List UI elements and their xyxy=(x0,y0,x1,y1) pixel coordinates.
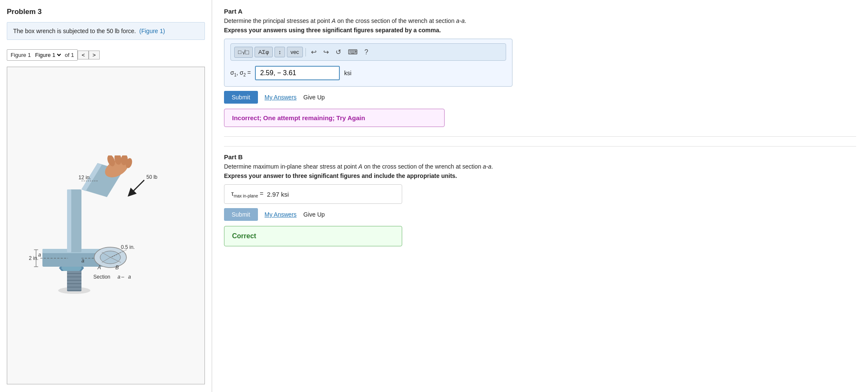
wrench-diagram: 12 in. 50 lb 2 in. 0.5 in. a a A B Secti… xyxy=(13,155,199,296)
part-b-action-row: Submit My Answers Give Up xyxy=(224,208,856,221)
toolbar-vec-btn[interactable]: vec xyxy=(287,47,303,57)
part-a-feedback: Incorrect; One attempt remaining; Try Ag… xyxy=(224,109,445,127)
matrix-icon: □ xyxy=(238,49,241,55)
part-a-input-row: σ1, σ2 = ksi xyxy=(230,66,506,80)
part-a-give-up-button[interactable]: Give Up xyxy=(303,94,325,101)
part-b-section: Part B Determine maximum in-plane shear … xyxy=(224,146,856,246)
svg-text:a: a xyxy=(118,274,120,280)
part-a-submit-button[interactable]: Submit xyxy=(224,91,258,104)
figure-controls: Figure 1 Figure 1 of 1 xyxy=(7,49,78,61)
figure-link[interactable]: (Figure 1) xyxy=(139,28,165,34)
part-a-my-answers-button[interactable]: My Answers xyxy=(265,94,297,101)
figure-select[interactable]: Figure 1 xyxy=(34,51,62,59)
toolbar-keyboard-btn[interactable]: ⌨ xyxy=(345,46,360,58)
part-a-title: Part A xyxy=(224,8,856,15)
toolbar-matrix-btn[interactable]: □ √□ xyxy=(234,47,253,58)
svg-text:–: – xyxy=(121,274,124,280)
figure-next-button[interactable]: > xyxy=(89,51,100,59)
toolbar-separator-1 xyxy=(305,48,306,56)
figure-of: of 1 xyxy=(65,52,74,58)
part-a-answer-container: □ √□ ΑΣφ ↕ vec ↩ ↪ ↺ ⌨ ? xyxy=(224,39,512,87)
toolbar-arrows-btn[interactable]: ↕ xyxy=(274,47,285,57)
left-panel: Problem 3 The box wrench is subjected to… xyxy=(0,0,212,392)
svg-text:B: B xyxy=(115,265,119,271)
problem-desc-text: The box wrench is subjected to the 50 lb… xyxy=(13,28,136,34)
svg-text:A: A xyxy=(97,265,101,271)
part-b-feedback: Correct xyxy=(224,226,402,246)
part-a-action-row: Submit My Answers Give Up xyxy=(224,91,856,104)
vec-icon: vec xyxy=(291,49,299,55)
part-a-description: Determine the principal stresses at poin… xyxy=(224,17,856,24)
part-a-input-label: σ1, σ2 = xyxy=(230,69,251,77)
part-a-answer-input[interactable] xyxy=(255,66,340,80)
figure-prev-button[interactable]: < xyxy=(78,51,89,59)
math-toolbar: □ √□ ΑΣφ ↕ vec ↩ ↪ ↺ ⌨ ? xyxy=(230,43,506,61)
svg-text:a: a xyxy=(128,274,131,280)
figure-box: 12 in. 50 lb 2 in. 0.5 in. a a A B Secti… xyxy=(7,67,205,384)
part-a-unit: ksi xyxy=(344,70,351,76)
svg-text:50 lb: 50 lb xyxy=(146,174,157,180)
greek-icon: ΑΣφ xyxy=(258,49,269,55)
part-b-description: Determine maximum in-plane shear stress … xyxy=(224,163,856,170)
part-b-give-up-button[interactable]: Give Up xyxy=(303,211,325,218)
part-b-my-answers-button[interactable]: My Answers xyxy=(265,211,297,218)
part-a-section: Part A Determine the principal stresses … xyxy=(224,8,856,127)
figure-label: Figure 1 xyxy=(11,52,31,58)
part-b-instruction: Express your answer to three significant… xyxy=(224,172,856,179)
svg-text:Section: Section xyxy=(93,274,110,280)
part-b-title: Part B xyxy=(224,153,856,161)
toolbar-greek-btn[interactable]: ΑΣφ xyxy=(255,47,273,57)
part-a-instruction: Express your answers using three signifi… xyxy=(224,27,856,34)
part-b-answer-box: τmax in-plane = 2.97 ksi xyxy=(224,184,402,204)
svg-text:0.5 in.: 0.5 in. xyxy=(121,244,135,250)
toolbar-undo-btn[interactable]: ↩ xyxy=(308,46,319,58)
toolbar-redo-btn[interactable]: ↪ xyxy=(321,46,331,58)
toolbar-reset-btn[interactable]: ↺ xyxy=(333,46,344,58)
svg-text:a: a xyxy=(81,258,84,264)
problem-description: The box wrench is subjected to the 50 lb… xyxy=(7,22,205,40)
problem-title: Problem 3 xyxy=(7,8,205,16)
arrows-icon: ↕ xyxy=(278,49,281,55)
toolbar-help-btn[interactable]: ? xyxy=(362,47,371,58)
svg-rect-20 xyxy=(67,189,71,252)
part-b-submit-button[interactable]: Submit xyxy=(224,208,258,221)
part-b-answer-label: τmax in-plane = xyxy=(231,190,263,198)
sqrt-icon: √□ xyxy=(242,49,249,56)
right-panel: Part A Determine the principal stresses … xyxy=(212,0,868,392)
svg-text:2 in.: 2 in. xyxy=(29,255,39,261)
svg-text:a: a xyxy=(38,252,41,258)
section-divider xyxy=(224,136,856,137)
part-b-answer-value: 2.97 ksi xyxy=(267,191,289,198)
svg-text:12 in.: 12 in. xyxy=(78,175,91,180)
